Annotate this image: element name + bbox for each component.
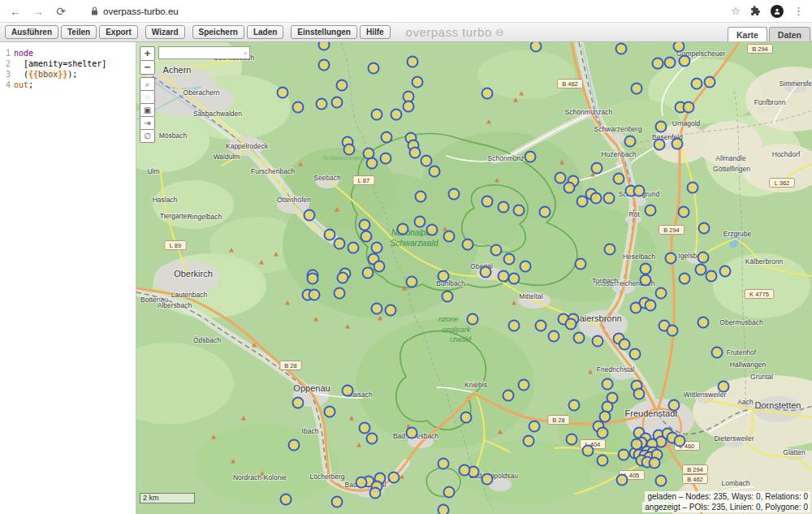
clear-map-button[interactable]: ∅ <box>140 129 155 143</box>
map-canvas[interactable]: AchernOberkirchOppenauBaiersbronnFreuden… <box>136 42 812 514</box>
poi-marker[interactable] <box>381 153 391 164</box>
poi-marker[interactable] <box>720 266 731 277</box>
poi-marker[interactable] <box>427 225 438 235</box>
poi-marker[interactable] <box>698 317 709 328</box>
poi-marker[interactable] <box>444 231 455 242</box>
poi-marker[interactable] <box>603 379 613 390</box>
poi-marker[interactable] <box>646 205 656 216</box>
poi-marker[interactable] <box>531 42 542 52</box>
poi-marker[interactable] <box>372 304 382 314</box>
map-search-input[interactable] <box>159 49 244 57</box>
ausfhren-button[interactable]: Ausführen <box>5 25 58 39</box>
wide-map-button[interactable]: ⇥ <box>140 116 155 130</box>
query-editor[interactable]: 1node2 [amenity=shelter]3 ({{bbox}});4ou… <box>0 42 136 514</box>
poi-marker[interactable] <box>619 450 629 460</box>
profile-avatar-icon[interactable] <box>771 5 784 18</box>
poi-marker[interactable] <box>504 254 515 265</box>
teilen-button[interactable]: Teilen <box>61 25 97 39</box>
poi-marker[interactable] <box>499 271 509 282</box>
einstellungen-button[interactable]: Einstellungen <box>291 25 357 39</box>
poi-marker[interactable] <box>430 166 440 177</box>
poi-marker[interactable] <box>634 389 645 400</box>
poi-marker[interactable] <box>468 314 478 325</box>
poi-marker[interactable] <box>372 110 382 120</box>
poi-marker[interactable] <box>278 88 288 98</box>
poi-marker[interactable] <box>309 290 320 300</box>
poi-marker[interactable] <box>625 136 636 147</box>
address-bar[interactable]: overpass-turbo.eu <box>76 6 723 16</box>
poi-marker[interactable] <box>367 434 378 444</box>
poi-marker[interactable] <box>398 224 408 235</box>
poi-marker[interactable] <box>600 412 611 422</box>
poi-marker[interactable] <box>343 386 353 396</box>
poi-marker[interactable] <box>540 207 551 218</box>
poi-marker[interactable] <box>367 158 378 169</box>
poi-marker[interactable] <box>529 421 540 432</box>
poi-marker[interactable] <box>525 152 536 162</box>
poi-marker[interactable] <box>699 223 710 234</box>
poi-marker[interactable] <box>460 465 470 476</box>
poi-marker[interactable] <box>335 239 345 249</box>
poi-marker[interactable] <box>712 348 723 358</box>
poi-marker[interactable] <box>646 300 656 311</box>
poi-marker[interactable] <box>574 333 585 343</box>
poi-marker[interactable] <box>416 192 426 202</box>
poi-marker[interactable] <box>444 487 455 498</box>
poi-marker[interactable] <box>461 412 472 423</box>
zoom-to-data-button[interactable]: ⌕ <box>140 77 155 91</box>
poi-marker[interactable] <box>598 428 608 438</box>
poi-marker[interactable] <box>370 488 381 499</box>
poi-marker[interactable] <box>415 217 425 227</box>
poi-marker[interactable] <box>698 253 709 263</box>
poi-marker[interactable] <box>338 273 348 283</box>
poi-marker[interactable] <box>509 321 520 331</box>
poi-marker[interactable] <box>360 423 370 434</box>
poi-marker[interactable] <box>688 183 698 193</box>
poi-marker[interactable] <box>577 197 588 207</box>
poi-marker[interactable] <box>514 205 525 216</box>
poi-marker[interactable] <box>605 244 615 255</box>
poi-marker[interactable] <box>482 89 493 99</box>
poi-marker[interactable] <box>372 243 382 253</box>
hilfe-button[interactable]: Hilfe <box>360 25 391 39</box>
poi-marker[interactable] <box>630 349 641 360</box>
poi-marker[interactable] <box>317 99 327 110</box>
poi-marker[interactable] <box>692 79 702 89</box>
poi-marker[interactable] <box>308 274 318 284</box>
poi-marker[interactable] <box>412 77 423 88</box>
tab-karte[interactable]: Karte <box>728 27 767 41</box>
poi-marker[interactable] <box>382 132 392 143</box>
poi-marker[interactable] <box>656 122 667 132</box>
poi-marker[interactable] <box>667 326 678 336</box>
poi-marker[interactable] <box>438 459 449 469</box>
back-icon[interactable]: ← <box>8 5 23 18</box>
poi-marker[interactable] <box>719 382 729 392</box>
poi-marker[interactable] <box>289 440 300 451</box>
poi-marker[interactable] <box>481 267 491 278</box>
poi-marker[interactable] <box>491 245 502 256</box>
poi-marker[interactable] <box>616 44 627 54</box>
poi-marker[interactable] <box>463 240 473 250</box>
poi-marker[interactable] <box>641 275 651 286</box>
poi-marker[interactable] <box>576 259 586 270</box>
extensions-icon[interactable] <box>750 6 761 16</box>
poi-marker[interactable] <box>325 230 335 240</box>
browser-menu-icon[interactable]: ⋮ <box>793 5 804 17</box>
poi-marker[interactable] <box>555 173 566 184</box>
poi-marker[interactable] <box>684 102 694 113</box>
poi-marker[interactable] <box>679 207 689 218</box>
poi-marker[interactable] <box>325 407 335 417</box>
poi-marker[interactable] <box>438 505 449 514</box>
poi-marker[interactable] <box>706 271 717 282</box>
poi-marker[interactable] <box>386 305 396 316</box>
poi-marker[interactable] <box>696 265 706 275</box>
poi-marker[interactable] <box>675 436 685 447</box>
poi-marker[interactable] <box>363 268 374 279</box>
poi-marker[interactable] <box>503 391 514 401</box>
export-button[interactable]: Export <box>99 25 138 39</box>
wizard-button[interactable]: Wizard <box>145 25 185 39</box>
poi-marker[interactable] <box>680 274 690 284</box>
poi-marker[interactable] <box>438 271 449 282</box>
poi-marker[interactable] <box>592 163 603 174</box>
poi-marker[interactable] <box>650 458 660 469</box>
